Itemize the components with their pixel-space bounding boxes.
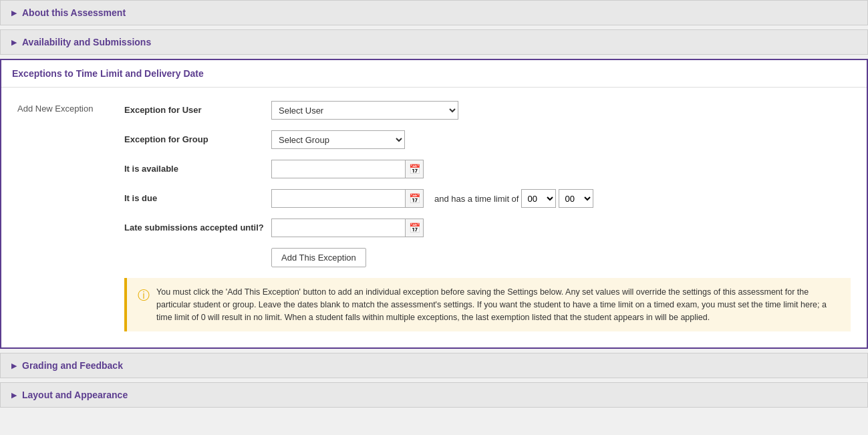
exception-for-user-row: Exception for User Select User	[124, 101, 851, 120]
it-is-due-label: It is due	[124, 189, 271, 203]
late-submissions-field: 📅	[271, 219, 851, 237]
late-date-input[interactable]	[271, 219, 405, 237]
about-arrow-icon: ▶	[11, 9, 17, 17]
exception-for-user-label: Exception for User	[124, 101, 271, 115]
it-is-available-field: 📅	[271, 160, 851, 178]
time-limit-label: and has a time limit of	[434, 194, 519, 204]
about-section-bar[interactable]: ▶ About this Assessment	[0, 0, 868, 25]
add-exception-button-row: Add This Exception	[124, 248, 851, 267]
add-this-exception-button[interactable]: Add This Exception	[271, 248, 366, 267]
exception-for-group-row: Exception for Group Select Group	[124, 130, 851, 149]
due-calendar-button[interactable]: 📅	[405, 189, 424, 208]
exception-for-user-field: Select User	[271, 101, 851, 120]
available-date-wrap: 📅	[271, 160, 424, 178]
grading-section-bar[interactable]: ▶ Grading and Feedback	[0, 353, 868, 378]
availability-section-title: Availability and Submissions	[22, 37, 151, 47]
notice-text: You must click the 'Add This Exception' …	[156, 286, 840, 323]
availability-arrow-icon: ▶	[11, 38, 17, 47]
add-new-exception-label: Add New Exception	[17, 101, 124, 114]
exceptions-section-content: Add New Exception Exception for User Sel…	[1, 88, 867, 347]
notice-box: ⓘ You must click the 'Add This Exception…	[124, 278, 851, 331]
grading-section-title: Grading and Feedback	[22, 360, 123, 371]
due-date-wrap: 📅	[271, 189, 424, 208]
page-wrapper: ▶ About this Assessment ▶ Availability a…	[0, 0, 868, 408]
exception-for-group-label: Exception for Group	[124, 130, 271, 144]
available-calendar-button[interactable]: 📅	[405, 160, 424, 178]
due-date-input[interactable]	[271, 189, 405, 208]
add-exception-button-col: Add This Exception	[271, 248, 851, 267]
time-limit-hours-select[interactable]: 00 01 02 03 30 60	[521, 189, 556, 208]
exceptions-section-header: Exceptions to Time Limit and Delivery Da…	[1, 60, 867, 88]
notice-icon: ⓘ	[138, 287, 150, 305]
layout-section-bar[interactable]: ▶ Layout and Appearance	[0, 382, 868, 408]
about-section-title: About this Assessment	[22, 7, 126, 18]
it-is-available-label: It is available	[124, 160, 271, 174]
exceptions-section: Exceptions to Time Limit and Delivery Da…	[0, 59, 868, 349]
late-date-wrap: 📅	[271, 219, 424, 237]
select-group-dropdown[interactable]: Select Group	[271, 130, 405, 149]
availability-section-bar[interactable]: ▶ Availability and Submissions	[0, 29, 868, 55]
layout-arrow-icon: ▶	[11, 391, 17, 400]
available-date-input[interactable]	[271, 160, 405, 178]
add-new-exception-row: Add New Exception Exception for User Sel…	[17, 101, 851, 331]
it-is-due-row: It is due 📅 and has a time limit of 00	[124, 189, 851, 208]
late-submissions-label: Late submissions accepted until?	[124, 219, 271, 233]
layout-section-title: Layout and Appearance	[22, 390, 128, 400]
add-exception-button-spacer	[124, 248, 271, 252]
it-is-due-field: 📅 and has a time limit of 00 01 02 03 30	[271, 189, 851, 208]
it-is-available-row: It is available 📅	[124, 160, 851, 178]
grading-arrow-icon: ▶	[11, 361, 17, 370]
exception-for-group-field: Select Group	[271, 130, 851, 149]
time-limit-minutes-select[interactable]: 00 15 30 45	[559, 189, 593, 208]
select-user-dropdown[interactable]: Select User	[271, 101, 458, 120]
late-submissions-row: Late submissions accepted until? 📅	[124, 219, 851, 237]
exceptions-section-title: Exceptions to Time Limit and Delivery Da…	[12, 68, 856, 79]
exception-fields: Exception for User Select User Exception…	[124, 101, 851, 331]
late-calendar-button[interactable]: 📅	[405, 219, 424, 237]
time-limit-wrap: and has a time limit of 00 01 02 03 30 6…	[434, 189, 593, 208]
